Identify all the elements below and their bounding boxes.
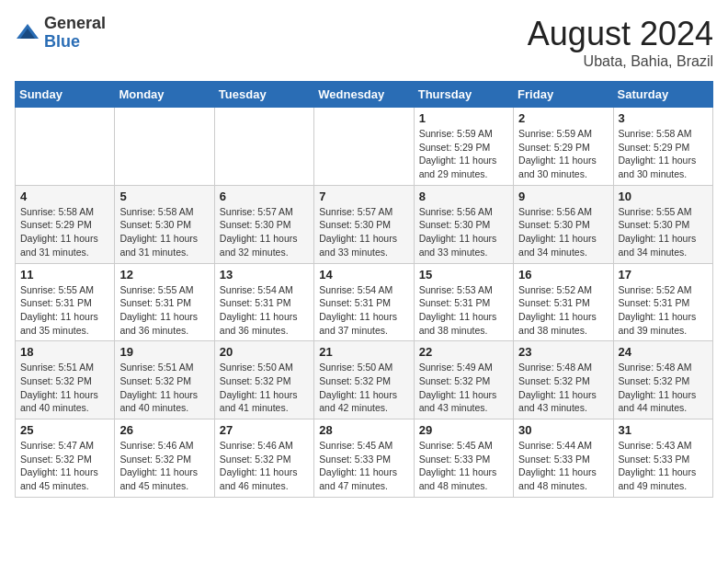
day-info: Sunrise: 5:55 AM Sunset: 5:30 PM Dayligh… (619, 205, 708, 259)
day-number: 4 (20, 190, 109, 203)
weekday-header-thursday: Thursday (414, 82, 513, 108)
day-number: 29 (419, 423, 508, 437)
day-number: 18 (20, 345, 109, 359)
calendar-cell: 7Sunrise: 5:57 AM Sunset: 5:30 PM Daylig… (314, 185, 414, 263)
day-info: Sunrise: 5:56 AM Sunset: 5:30 PM Dayligh… (419, 205, 508, 259)
day-number: 22 (419, 345, 508, 359)
weekday-header-tuesday: Tuesday (214, 82, 313, 108)
calendar-cell: 31Sunrise: 5:43 AM Sunset: 5:33 PM Dayli… (613, 419, 712, 498)
day-number: 20 (220, 345, 309, 359)
day-info: Sunrise: 5:58 AM Sunset: 5:29 PM Dayligh… (619, 127, 708, 181)
calendar-cell: 26Sunrise: 5:46 AM Sunset: 5:32 PM Dayli… (115, 419, 214, 498)
calendar-cell: 11Sunrise: 5:55 AM Sunset: 5:31 PM Dayli… (16, 263, 115, 341)
day-number: 1 (419, 111, 508, 125)
day-number: 26 (119, 423, 209, 437)
day-number: 13 (220, 268, 309, 282)
calendar-cell: 14Sunrise: 5:54 AM Sunset: 5:31 PM Dayli… (314, 263, 414, 341)
day-info: Sunrise: 5:58 AM Sunset: 5:29 PM Dayligh… (20, 205, 109, 259)
week-row-2: 11Sunrise: 5:55 AM Sunset: 5:31 PM Dayli… (16, 263, 713, 341)
day-info: Sunrise: 5:46 AM Sunset: 5:32 PM Dayligh… (220, 439, 309, 493)
day-number: 12 (119, 268, 209, 282)
calendar-cell: 12Sunrise: 5:55 AM Sunset: 5:31 PM Dayli… (115, 263, 214, 341)
day-info: Sunrise: 5:47 AM Sunset: 5:32 PM Dayligh… (20, 439, 109, 493)
day-info: Sunrise: 5:48 AM Sunset: 5:32 PM Dayligh… (518, 361, 608, 415)
weekday-header-monday: Monday (115, 82, 214, 108)
calendar-cell: 17Sunrise: 5:52 AM Sunset: 5:31 PM Dayli… (613, 263, 712, 341)
day-number: 17 (619, 268, 708, 282)
day-number: 14 (319, 268, 408, 282)
calendar-table: SundayMondayTuesdayWednesdayThursdayFrid… (15, 81, 713, 498)
day-number: 5 (119, 190, 209, 203)
location: Ubata, Bahia, Brazil (528, 53, 713, 70)
weekday-header-friday: Friday (514, 82, 613, 108)
calendar-cell: 28Sunrise: 5:45 AM Sunset: 5:33 PM Dayli… (314, 419, 414, 498)
calendar-cell: 6Sunrise: 5:57 AM Sunset: 5:30 PM Daylig… (214, 185, 313, 263)
day-info: Sunrise: 5:48 AM Sunset: 5:32 PM Dayligh… (619, 361, 708, 415)
calendar-cell: 22Sunrise: 5:49 AM Sunset: 5:32 PM Dayli… (414, 341, 513, 419)
day-number: 11 (20, 268, 109, 282)
logo-general: General (44, 15, 106, 33)
month-year: August 2024 (528, 15, 713, 53)
day-number: 7 (319, 190, 408, 203)
calendar-cell: 16Sunrise: 5:52 AM Sunset: 5:31 PM Dayli… (514, 263, 613, 341)
day-info: Sunrise: 5:45 AM Sunset: 5:33 PM Dayligh… (419, 439, 508, 493)
day-info: Sunrise: 5:54 AM Sunset: 5:31 PM Dayligh… (220, 283, 309, 338)
day-number: 16 (518, 268, 608, 282)
calendar-cell: 9Sunrise: 5:56 AM Sunset: 5:30 PM Daylig… (514, 185, 613, 263)
calendar-cell: 13Sunrise: 5:54 AM Sunset: 5:31 PM Dayli… (214, 263, 313, 341)
calendar-cell: 20Sunrise: 5:50 AM Sunset: 5:32 PM Dayli… (214, 341, 313, 419)
day-number: 9 (518, 190, 608, 203)
day-number: 2 (518, 111, 608, 125)
day-info: Sunrise: 5:53 AM Sunset: 5:31 PM Dayligh… (419, 283, 508, 338)
day-info: Sunrise: 5:59 AM Sunset: 5:29 PM Dayligh… (518, 127, 608, 181)
day-number: 28 (319, 423, 408, 437)
day-number: 21 (319, 345, 408, 359)
day-number: 6 (220, 190, 309, 203)
day-info: Sunrise: 5:50 AM Sunset: 5:32 PM Dayligh… (319, 361, 408, 415)
calendar-cell: 30Sunrise: 5:44 AM Sunset: 5:33 PM Dayli… (514, 419, 613, 498)
day-info: Sunrise: 5:55 AM Sunset: 5:31 PM Dayligh… (119, 283, 209, 338)
day-info: Sunrise: 5:45 AM Sunset: 5:33 PM Dayligh… (319, 439, 408, 493)
day-info: Sunrise: 5:49 AM Sunset: 5:32 PM Dayligh… (419, 361, 508, 415)
calendar-cell: 8Sunrise: 5:56 AM Sunset: 5:30 PM Daylig… (414, 185, 513, 263)
logo: General Blue (15, 15, 106, 52)
calendar-cell: 4Sunrise: 5:58 AM Sunset: 5:29 PM Daylig… (16, 185, 115, 263)
day-info: Sunrise: 5:56 AM Sunset: 5:30 PM Dayligh… (518, 205, 608, 259)
calendar-cell: 3Sunrise: 5:58 AM Sunset: 5:29 PM Daylig… (613, 108, 712, 186)
weekday-header-wednesday: Wednesday (314, 82, 414, 108)
weekday-header-sunday: Sunday (16, 82, 115, 108)
week-row-3: 18Sunrise: 5:51 AM Sunset: 5:32 PM Dayli… (16, 341, 713, 419)
day-info: Sunrise: 5:59 AM Sunset: 5:29 PM Dayligh… (419, 127, 508, 181)
calendar-cell: 25Sunrise: 5:47 AM Sunset: 5:32 PM Dayli… (16, 419, 115, 498)
day-info: Sunrise: 5:57 AM Sunset: 5:30 PM Dayligh… (220, 205, 309, 259)
calendar-cell (214, 108, 313, 186)
day-number: 27 (220, 423, 309, 437)
day-number: 8 (419, 190, 508, 203)
calendar-cell: 1Sunrise: 5:59 AM Sunset: 5:29 PM Daylig… (414, 108, 513, 186)
week-row-4: 25Sunrise: 5:47 AM Sunset: 5:32 PM Dayli… (16, 419, 713, 498)
day-info: Sunrise: 5:57 AM Sunset: 5:30 PM Dayligh… (319, 205, 408, 259)
day-number: 30 (518, 423, 608, 437)
day-info: Sunrise: 5:52 AM Sunset: 5:31 PM Dayligh… (518, 283, 608, 338)
calendar-cell: 27Sunrise: 5:46 AM Sunset: 5:32 PM Dayli… (214, 419, 313, 498)
calendar-cell: 29Sunrise: 5:45 AM Sunset: 5:33 PM Dayli… (414, 419, 513, 498)
logo-blue: Blue (44, 33, 106, 52)
day-info: Sunrise: 5:55 AM Sunset: 5:31 PM Dayligh… (20, 283, 109, 338)
title-area: August 2024 Ubata, Bahia, Brazil (528, 15, 713, 70)
day-info: Sunrise: 5:52 AM Sunset: 5:31 PM Dayligh… (619, 283, 708, 338)
calendar-cell: 23Sunrise: 5:48 AM Sunset: 5:32 PM Dayli… (514, 341, 613, 419)
calendar-cell: 5Sunrise: 5:58 AM Sunset: 5:30 PM Daylig… (115, 185, 214, 263)
weekday-header-row: SundayMondayTuesdayWednesdayThursdayFrid… (16, 82, 713, 108)
calendar-cell: 21Sunrise: 5:50 AM Sunset: 5:32 PM Dayli… (314, 341, 414, 419)
day-info: Sunrise: 5:44 AM Sunset: 5:33 PM Dayligh… (518, 439, 608, 493)
day-number: 19 (119, 345, 209, 359)
calendar-cell: 24Sunrise: 5:48 AM Sunset: 5:32 PM Dayli… (613, 341, 712, 419)
day-info: Sunrise: 5:43 AM Sunset: 5:33 PM Dayligh… (619, 439, 708, 493)
calendar-cell: 19Sunrise: 5:51 AM Sunset: 5:32 PM Dayli… (115, 341, 214, 419)
day-info: Sunrise: 5:46 AM Sunset: 5:32 PM Dayligh… (119, 439, 209, 493)
calendar-cell: 18Sunrise: 5:51 AM Sunset: 5:32 PM Dayli… (16, 341, 115, 419)
day-number: 3 (619, 111, 708, 125)
calendar-cell (16, 108, 115, 186)
day-number: 24 (619, 345, 708, 359)
calendar-cell: 15Sunrise: 5:53 AM Sunset: 5:31 PM Dayli… (414, 263, 513, 341)
